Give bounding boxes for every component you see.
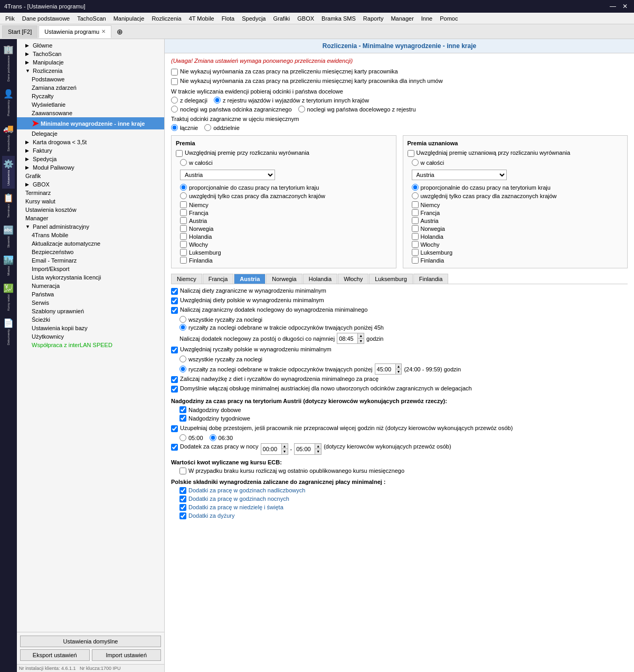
menu-inne[interactable]: Inne (418, 14, 436, 23)
cb-nadg-dobowe[interactable] (179, 406, 186, 413)
menu-flota[interactable]: Flota (219, 14, 238, 23)
nav-lista-licencji[interactable]: Lista wykorzystania licencji (17, 273, 164, 282)
premia-uznaniowa-cb-luksemburg[interactable] (412, 249, 419, 256)
minimize-button[interactable]: — (608, 3, 618, 10)
time-down-4500[interactable]: ▼ (396, 369, 402, 374)
r-ryczalty2[interactable] (179, 324, 186, 331)
sidebar-item-dokumenty[interactable]: 📄 Dokumenty (2, 315, 15, 348)
menu-plik[interactable]: Plik (2, 14, 18, 23)
r-ryczalty-pl2[interactable] (179, 366, 186, 372)
nav-faktury[interactable]: ▶Faktury (17, 146, 164, 155)
premia-uznaniowa-radio-zaznaczonych[interactable] (412, 192, 419, 199)
nav-podstawowe[interactable]: Podstawowe (17, 75, 164, 83)
premia-uznaniowa-cb-norwegia[interactable] (412, 225, 419, 232)
nav-modpaliw[interactable]: ▶Moduł Paliwowy (17, 163, 164, 172)
cb-nadg-tygodniowe[interactable] (179, 415, 186, 422)
nav-zamiana[interactable]: Zamiana zdarzeń (17, 83, 164, 92)
menu-manager[interactable]: Manager (387, 14, 417, 23)
nav-kopia-bazy[interactable]: Ustawienia kopii bazy (17, 324, 164, 332)
radio-noclegi-docelowe[interactable] (298, 106, 305, 113)
nav-ustawkosztow[interactable]: Ustawienia kosztów (17, 206, 164, 214)
cb-pol1[interactable] (179, 487, 186, 494)
cb-diety-pl[interactable] (171, 297, 178, 304)
premia-uznaniowa-cb-finlandia[interactable] (412, 257, 419, 264)
nav-grafik[interactable]: Grafik (17, 172, 164, 180)
export-settings-button[interactable]: Eksport ustawień (20, 649, 90, 661)
premia-cb-francja[interactable] (180, 209, 187, 216)
nav-manager[interactable]: Manager (17, 214, 164, 222)
nav-tachoscan[interactable]: ▶TachoScan (17, 50, 164, 58)
nav-ryczalty[interactable]: Ryczałty (17, 92, 164, 100)
nav-numeracja[interactable]: Numeracja (17, 282, 164, 290)
premia-radio-zaznaczonych[interactable] (180, 192, 187, 199)
premia-cb-finlandia[interactable] (180, 257, 187, 264)
premia-cb-holandia[interactable] (180, 233, 187, 240)
tab-wlochy[interactable]: Włochy (338, 274, 368, 284)
sidebar-item-kursy[interactable]: 💹 Kursy walut (2, 280, 15, 314)
cb-pol3[interactable] (179, 504, 186, 511)
cb-nie-wykazuj-2[interactable] (171, 78, 178, 85)
nav-rozliczenia[interactable]: ▼Rozliczenia (17, 67, 164, 75)
premia-uznaniowa-cb-niemcy[interactable] (412, 201, 419, 208)
time-down-nocy-from[interactable]: ▼ (282, 449, 288, 454)
tab-start[interactable]: Start [F2] (2, 25, 37, 38)
sidebar-item-slowniki[interactable]: 🔤 Słowniki (2, 222, 15, 251)
tab-niemcy[interactable]: Niemcy (171, 274, 202, 284)
premia-uznaniowa-radio-proporcjonalnie[interactable] (412, 184, 419, 191)
radio-uzup2[interactable] (210, 434, 216, 441)
premia-uznaniowa-radio-calosci[interactable] (412, 159, 419, 166)
menu-pomoc[interactable]: Pomoc (437, 14, 461, 23)
premia-country-select[interactable]: Austria Niemcy Francja Norwegia Holandia… (180, 170, 275, 180)
tab-austria[interactable]: Austria (234, 274, 266, 284)
radio-delegacji[interactable] (171, 97, 178, 104)
nav-aktualizacje[interactable]: Aktualizacje automatyczne (17, 239, 164, 248)
sidebar-item-samochody[interactable]: 🚚 Samochody (2, 120, 15, 155)
premia-cb-wlochy[interactable] (180, 241, 187, 248)
r-ryczalty-pl1[interactable] (179, 356, 186, 362)
close-button[interactable]: ✕ (620, 3, 630, 10)
nav-bezpieczenstwo[interactable]: Bezpieczeństwo (17, 248, 164, 256)
tab-holandia[interactable]: Holandia (303, 274, 337, 284)
menu-4tmobile[interactable]: 4T Mobile (186, 14, 217, 23)
nav-minimalne[interactable]: ➤Minimalne wynagrodzenie - inne kraje (17, 117, 164, 129)
tab-francja[interactable]: Francja (203, 274, 234, 284)
premia-uznaniowa-cb-francja[interactable] (412, 209, 419, 216)
sidebar-item-terminarz[interactable]: 📋 Terminarz (2, 190, 15, 221)
radio-rejestr[interactable] (214, 97, 221, 104)
cb-nie-wykazuj-1[interactable] (171, 69, 178, 76)
time-down-0845[interactable]: ▼ (358, 339, 364, 343)
cb-diety[interactable] (171, 288, 178, 295)
menu-dane[interactable]: Dane podstawowe (19, 14, 73, 23)
menu-raporty[interactable]: Raporty (360, 14, 387, 23)
premia-radio-calosci[interactable] (180, 159, 187, 166)
time-up-0845[interactable]: ▲ (358, 333, 364, 339)
time-input-0845[interactable] (337, 335, 357, 342)
nav-gbox[interactable]: ▶GBOX (17, 180, 164, 189)
cb-pol2[interactable] (179, 496, 186, 502)
import-settings-button[interactable]: Import ustawień (92, 649, 162, 661)
menu-rozliczenia[interactable]: Rozliczenia (148, 14, 184, 23)
sidebar-item-miasta[interactable]: 🏙️ Miasta (2, 252, 15, 279)
time-input-nocy-from[interactable] (261, 445, 281, 453)
premia-cb-niemcy[interactable] (180, 201, 187, 208)
nav-interlan[interactable]: Współpraca z interLAN SPEED (17, 341, 164, 349)
nav-email[interactable]: Email - Terminarz (17, 256, 164, 265)
cb-ryczalty-pl[interactable] (171, 347, 178, 353)
cb-domyslnie[interactable] (171, 386, 178, 393)
premia-radio-proporcjonalnie[interactable] (180, 184, 187, 191)
r-ryczalty1[interactable] (179, 316, 186, 323)
time-up-nocy-to[interactable]: ▲ (315, 444, 321, 449)
menu-bramka[interactable]: Bramka SMS (318, 14, 359, 23)
sidebar-item-ustawienia[interactable]: ⚙️ Ustawienia (2, 156, 15, 189)
nav-kursy[interactable]: Kursy walut (17, 197, 164, 206)
premia-cb-luksemburg[interactable] (180, 249, 187, 256)
nav-wyswietlanie[interactable]: Wyświetlanie (17, 100, 164, 109)
time-down-nocy-to[interactable]: ▼ (315, 449, 321, 454)
radio-oddzielnie[interactable] (204, 124, 211, 131)
radio-lacznie[interactable] (171, 124, 178, 131)
cb-nocleg[interactable] (171, 307, 178, 314)
nav-uzytkownicy[interactable]: Użytkownicy (17, 332, 164, 341)
nav-delegacje[interactable]: Delegacje (17, 129, 164, 138)
menu-tachoscan[interactable]: TachoScan (74, 14, 109, 23)
menu-manipulacje[interactable]: Manipulacje (110, 14, 148, 23)
